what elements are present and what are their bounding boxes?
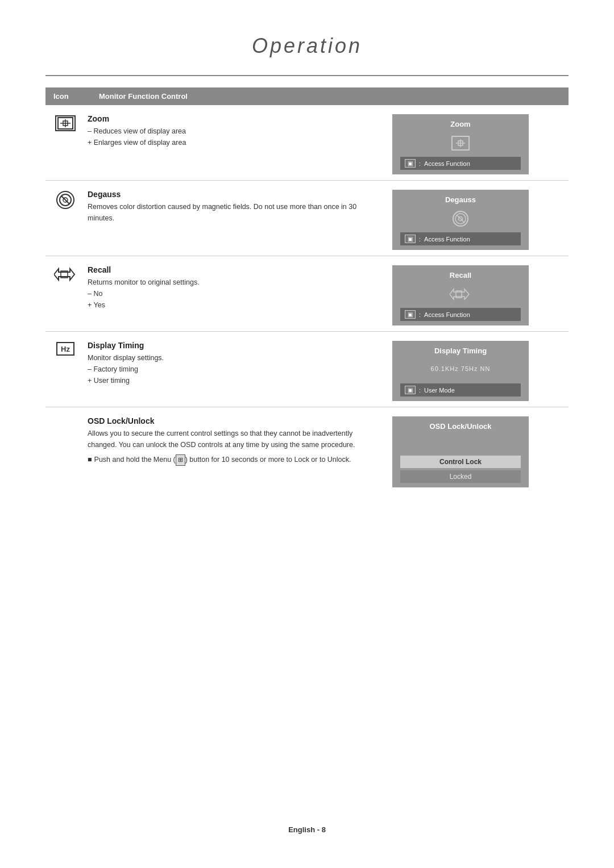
degauss-left: Degauss Removes color distortion caused … bbox=[45, 190, 375, 224]
osd-control-lock: Control Lock bbox=[400, 456, 521, 468]
timing-icon: Hz bbox=[56, 342, 74, 356]
zoom-desc-line2: + Enlarges view of display area bbox=[88, 137, 375, 148]
degauss-preview-icon-area bbox=[400, 208, 521, 229]
zoom-access-text: Access Function bbox=[424, 160, 470, 167]
degauss-func-desc: Removes color distortion caused by magne… bbox=[88, 201, 375, 224]
timing-right: Display Timing 60.1KHz 75Hz NN ▣ : User … bbox=[375, 341, 569, 401]
footer: English - 8 bbox=[0, 825, 614, 834]
degauss-icon bbox=[56, 191, 74, 209]
recall-icon bbox=[54, 266, 77, 282]
degauss-access-colon: : bbox=[419, 236, 421, 243]
timing-desc-line1: Monitor display settings. bbox=[88, 352, 375, 364]
zoom-func-desc: – Reduces view of display area + Enlarge… bbox=[88, 126, 375, 148]
recall-desc: Recall Returns monitor to original setti… bbox=[88, 265, 375, 311]
timing-desc-line2: – Factory timing bbox=[88, 364, 375, 375]
degauss-preview-icon bbox=[453, 211, 468, 227]
timing-preview-text: 60.1KHz 75Hz NN bbox=[431, 365, 491, 372]
zoom-preview: Zoom ▣ : Access Function bbox=[392, 114, 529, 174]
degauss-preview-access: ▣ : Access Function bbox=[400, 232, 521, 245]
recall-desc-line1: Returns monitor to original settings. bbox=[88, 277, 375, 288]
timing-access-icon: ▣ bbox=[405, 386, 416, 394]
zoom-preview-icon-area bbox=[400, 133, 521, 153]
recall-preview-title: Recall bbox=[400, 271, 521, 279]
recall-preview-icon-area bbox=[400, 284, 521, 304]
recall-access-icon: ▣ bbox=[405, 310, 416, 319]
zoom-left: Zoom – Reduces view of display area + En… bbox=[45, 114, 375, 148]
timing-desc: Display Timing Monitor display settings.… bbox=[88, 341, 375, 386]
timing-preview: Display Timing 60.1KHz 75Hz NN ▣ : User … bbox=[392, 341, 529, 401]
page-title: Operation bbox=[45, 34, 569, 58]
degauss-title: Degauss bbox=[88, 190, 375, 199]
degauss-desc: Degauss Removes color distortion caused … bbox=[88, 190, 375, 224]
recall-right: Recall ▣ : Access Function bbox=[375, 265, 569, 326]
header-icon-col: Icon bbox=[53, 92, 88, 101]
osd-icon-box bbox=[51, 416, 80, 418]
zoom-desc: Zoom – Reduces view of display area + En… bbox=[88, 114, 375, 148]
footer-text: English - 8 bbox=[288, 825, 326, 834]
page: Operation Icon Monitor Function Control … bbox=[0, 0, 614, 868]
osd-preview-title: OSD Lock/Unlock bbox=[400, 422, 521, 431]
zoom-preview-title: Zoom bbox=[400, 120, 521, 128]
menu-icon-inline: ⊞ bbox=[176, 454, 185, 466]
degauss-right: Degauss ▣ : Access Function bbox=[375, 190, 569, 250]
header-desc-col: Monitor Function Control bbox=[99, 92, 188, 101]
degauss-access-text: Access Function bbox=[424, 236, 470, 243]
osd-func-desc: Allows you to secure the current control… bbox=[88, 428, 375, 466]
hz-label: Hz bbox=[61, 345, 70, 353]
recall-preview-icon bbox=[450, 287, 471, 302]
osd-locked: Locked bbox=[400, 470, 521, 483]
osd-left: OSD Lock/Unlock Allows you to secure the… bbox=[45, 416, 375, 466]
recall-func-desc: Returns monitor to original settings. – … bbox=[88, 277, 375, 311]
timing-preview-user-mode: ▣ : User Mode bbox=[400, 383, 521, 397]
timing-user-colon: : bbox=[419, 387, 421, 394]
osd-desc-line1: Allows you to secure the current control… bbox=[88, 428, 375, 450]
degauss-icon-box bbox=[51, 190, 80, 209]
osd-bullet-text: Push and hold the Menu (⊞) button for 10… bbox=[94, 454, 351, 466]
recall-title: Recall bbox=[88, 265, 375, 274]
timing-user-mode-text: User Mode bbox=[424, 387, 455, 394]
timing-left: Hz Display Timing Monitor display settin… bbox=[45, 341, 375, 386]
recall-left: Recall Returns monitor to original setti… bbox=[45, 265, 375, 311]
osd-title: OSD Lock/Unlock bbox=[88, 416, 375, 425]
title-divider bbox=[45, 75, 569, 76]
recall-access-colon: : bbox=[419, 311, 421, 318]
osd-preview-spacer bbox=[400, 435, 521, 456]
svg-line-8 bbox=[61, 196, 69, 204]
svg-marker-13 bbox=[54, 269, 74, 280]
table-row: Degauss Removes color distortion caused … bbox=[45, 181, 569, 256]
zoom-icon-box bbox=[51, 114, 80, 131]
osd-preview: OSD Lock/Unlock Control Lock Locked bbox=[392, 416, 529, 487]
osd-desc: OSD Lock/Unlock Allows you to secure the… bbox=[88, 416, 375, 466]
recall-preview: Recall ▣ : Access Function bbox=[392, 265, 529, 326]
zoom-icon bbox=[55, 115, 76, 131]
zoom-desc-line1: – Reduces view of display area bbox=[88, 126, 375, 137]
degauss-access-icon: ▣ bbox=[405, 235, 416, 243]
zoom-access-icon: ▣ bbox=[405, 159, 416, 168]
timing-title: Display Timing bbox=[88, 341, 375, 350]
recall-icon-box bbox=[51, 265, 80, 282]
table-row: Hz Display Timing Monitor display settin… bbox=[45, 332, 569, 407]
recall-access-text: Access Function bbox=[424, 311, 470, 318]
timing-func-desc: Monitor display settings. – Factory timi… bbox=[88, 352, 375, 386]
timing-icon-box: Hz bbox=[51, 341, 80, 356]
table-row: OSD Lock/Unlock Allows you to secure the… bbox=[45, 407, 569, 493]
table-header: Icon Monitor Function Control bbox=[45, 87, 569, 105]
degauss-preview-title: Degauss bbox=[400, 195, 521, 204]
zoom-preview-access: ▣ : Access Function bbox=[400, 157, 521, 170]
osd-bullet-marker: ■ bbox=[88, 454, 92, 465]
timing-desc-line3: + User timing bbox=[88, 375, 375, 386]
zoom-title: Zoom bbox=[88, 114, 375, 123]
svg-line-11 bbox=[457, 215, 464, 223]
recall-preview-access: ▣ : Access Function bbox=[400, 308, 521, 321]
zoom-preview-icon bbox=[451, 136, 470, 151]
recall-desc-line2: – No bbox=[88, 288, 375, 299]
table-row: Recall Returns monitor to original setti… bbox=[45, 256, 569, 332]
osd-right: OSD Lock/Unlock Control Lock Locked bbox=[375, 416, 569, 487]
osd-bullet: ■ Push and hold the Menu (⊞) button for … bbox=[88, 454, 375, 466]
zoom-right: Zoom ▣ : Access Function bbox=[375, 114, 569, 174]
degauss-preview: Degauss ▣ : Access Function bbox=[392, 190, 529, 250]
timing-preview-icon-area: 60.1KHz 75Hz NN bbox=[400, 360, 521, 380]
timing-preview-title: Display Timing bbox=[400, 347, 521, 355]
table-row: Zoom – Reduces view of display area + En… bbox=[45, 105, 569, 181]
recall-desc-line3: + Yes bbox=[88, 299, 375, 311]
